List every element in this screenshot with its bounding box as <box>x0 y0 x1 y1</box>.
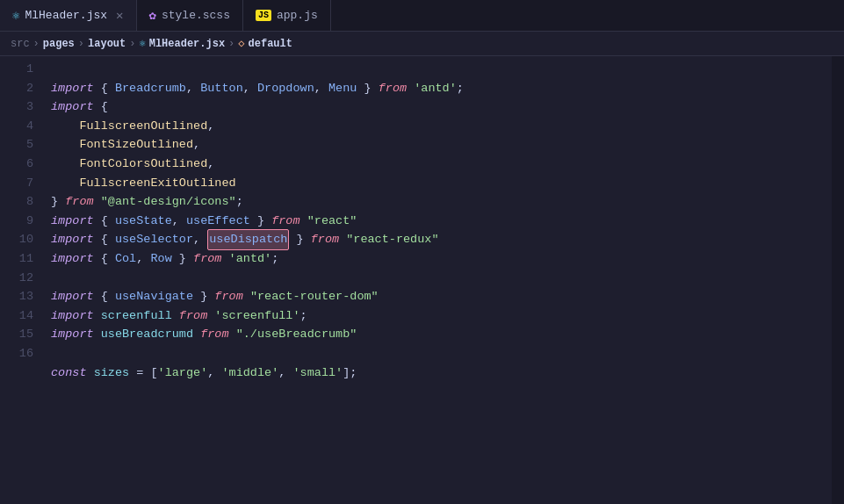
highlighted-usedispatch: useDispatch <box>207 229 289 250</box>
tab-label-style: style.scss <box>162 9 230 22</box>
code-content[interactable]: import { Breadcrumb , Button , Dropdown … <box>44 56 832 504</box>
code-line-3: import { <box>51 97 832 117</box>
code-line-6: FontColorsOutlined , <box>51 155 832 174</box>
code-line-12 <box>51 269 832 288</box>
breadcrumb-react-icon: ⚛ <box>139 37 145 50</box>
react-icon: ⚛ <box>12 8 19 23</box>
tab-mlheader[interactable]: ⚛ MlHeader.jsx ✕ <box>0 0 137 31</box>
code-line-13: import { useNavigate } from "react-route… <box>51 287 832 306</box>
minimap <box>832 56 844 504</box>
code-line-8: } from "@ant-design/icons" ; <box>51 192 832 212</box>
tab-label-mlheader: MlHeader.jsx <box>25 9 107 22</box>
js-icon: JS <box>256 10 271 21</box>
code-line-16 <box>51 344 832 364</box>
tab-label-app: app.js <box>277 9 318 22</box>
tab-bar: ⚛ MlHeader.jsx ✕ ✿ style.scss JS app.js <box>0 0 844 32</box>
code-line-11: import { Col , Row } from 'antd' ; <box>51 249 832 269</box>
breadcrumb-src: src <box>11 38 30 50</box>
breadcrumb: src › pages › layout › ⚛ MlHeader.jsx › … <box>0 32 844 56</box>
code-line-2: import { Breadcrumb , Button , Dropdown … <box>51 79 832 98</box>
line-numbers: 1 2 3 4 5 6 7 8 9 10 11 12 13 14 15 16 <box>0 56 44 504</box>
code-line-4: FullscreenOutlined , <box>51 117 832 136</box>
code-line-15: import useBreadcrumd from "./useBreadcru… <box>51 325 832 344</box>
breadcrumb-pages: pages <box>43 38 75 50</box>
scss-icon: ✿ <box>149 8 156 23</box>
breadcrumb-layout: layout <box>88 38 126 50</box>
tab-close-mlheader[interactable]: ✕ <box>116 8 123 23</box>
code-line-1 <box>51 60 832 79</box>
code-line-5: FontSizeOutlined , <box>51 135 832 155</box>
code-line-14: import screenfull from 'screenfull' ; <box>51 306 832 326</box>
editor-area: 1 2 3 4 5 6 7 8 9 10 11 12 13 14 15 16 i… <box>0 56 844 504</box>
tab-app[interactable]: JS app.js <box>243 0 331 31</box>
breadcrumb-default: default <box>249 38 292 50</box>
code-line-7: FullscreenExitOutlined <box>51 174 832 193</box>
code-line-17: const sizes = [ 'large' , 'middle' , 'sm… <box>51 364 832 383</box>
breadcrumb-default-icon: ◇ <box>238 37 244 50</box>
tab-style[interactable]: ✿ style.scss <box>137 0 243 31</box>
code-line-10: import { useSelector , useDispatch } fro… <box>51 230 832 249</box>
code-line-9: import { useState , useEffect } from "re… <box>51 212 832 231</box>
breadcrumb-file: MlHeader.jsx <box>149 38 225 50</box>
